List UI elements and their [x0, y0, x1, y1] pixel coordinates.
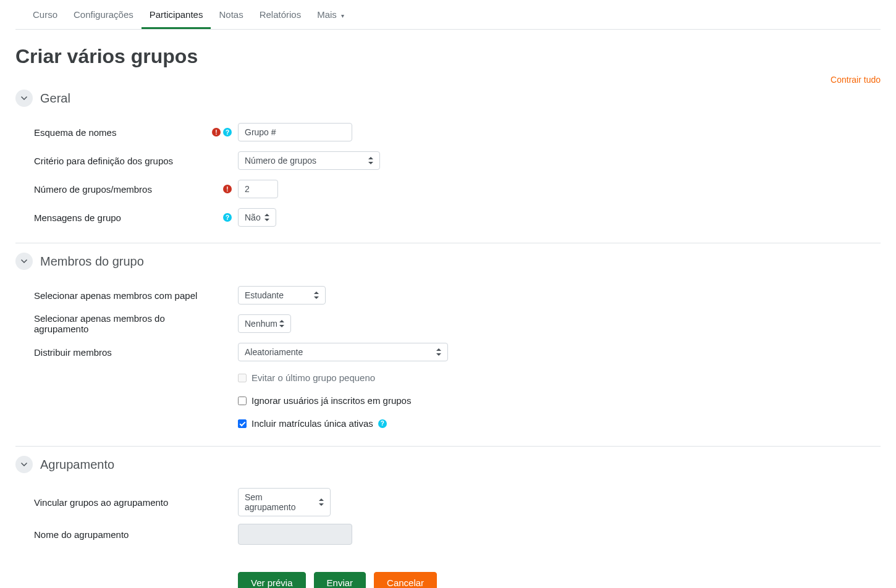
required-icon: ! — [223, 185, 232, 193]
select-grouping-filter-value: Nenhum — [245, 319, 277, 329]
help-icon[interactable]: ? — [223, 128, 232, 136]
page-title: Criar vários grupos — [15, 45, 881, 68]
select-role[interactable]: Estudante — [238, 286, 326, 304]
tab-notas[interactable]: Notas — [211, 0, 251, 29]
select-distribute-value: Aleatoriamente — [245, 347, 303, 357]
help-icon[interactable]: ? — [223, 213, 232, 222]
help-icon[interactable]: ? — [378, 419, 387, 428]
label-distribute: Distribuir membros — [34, 347, 210, 358]
collapse-toggle-general[interactable] — [15, 90, 33, 107]
select-caret-icon — [279, 320, 284, 327]
select-grouping-filter[interactable]: Nenhum — [238, 314, 291, 333]
preview-button[interactable]: Ver prévia — [238, 572, 306, 588]
section-grouping-title: Agrupamento — [40, 458, 114, 472]
checkbox-ignore-existing[interactable] — [238, 397, 247, 405]
select-link-groups[interactable]: Sem agrupamento — [238, 488, 331, 516]
select-caret-icon — [319, 498, 324, 506]
action-row: Ver prévia Enviar Cancelar — [15, 572, 881, 588]
input-grouping-name — [238, 524, 352, 545]
input-group-count[interactable] — [238, 180, 278, 198]
chevron-down-icon — [20, 258, 28, 265]
select-group-messages[interactable]: Não — [238, 208, 276, 227]
select-caret-icon — [264, 214, 269, 221]
label-ignore-existing: Ignorar usuários já inscritos em grupos — [251, 395, 411, 406]
select-caret-icon — [314, 292, 319, 299]
tab-relatorios[interactable]: Relatórios — [251, 0, 310, 29]
select-role-value: Estudante — [245, 290, 284, 300]
label-grouping-name: Nome do agrupamento — [34, 529, 210, 540]
collapse-all-link[interactable]: Contrair tudo — [830, 75, 881, 85]
collapse-toggle-grouping[interactable] — [15, 456, 33, 473]
required-icon: ! — [212, 128, 221, 136]
label-group-count: Número de grupos/membros — [34, 184, 210, 195]
section-members-title: Membros do grupo — [40, 254, 144, 269]
nav-tabs: Curso Configurações Participantes Notas … — [15, 0, 881, 30]
section-members: Membros do grupo Selecionar apenas membr… — [15, 253, 881, 447]
tab-participantes[interactable]: Participantes — [142, 0, 211, 29]
select-caret-icon — [368, 157, 373, 164]
chevron-down-icon — [20, 94, 28, 102]
chevron-down-icon: ▾ — [341, 12, 344, 19]
collapse-toggle-members[interactable] — [15, 253, 33, 270]
checkbox-include-active[interactable] — [238, 419, 247, 428]
label-group-messages: Mensagens de grupo — [34, 212, 210, 223]
select-group-criteria[interactable]: Número de grupos — [238, 151, 380, 170]
tab-configuracoes[interactable]: Configurações — [66, 0, 142, 29]
tab-mais-label: Mais — [317, 9, 337, 20]
section-general: Geral Esquema de nomes ! ? Critério para… — [15, 90, 881, 243]
input-naming-scheme[interactable] — [238, 123, 352, 141]
submit-button[interactable]: Enviar — [314, 572, 366, 588]
label-select-role: Selecionar apenas membros com papel — [34, 290, 210, 301]
chevron-down-icon — [20, 461, 28, 468]
label-prevent-small: Evitar o último grupo pequeno — [251, 372, 375, 383]
select-group-criteria-value: Número de grupos — [245, 156, 316, 166]
label-link-groups: Vincular grupos ao agrupamento — [34, 497, 210, 508]
tab-curso[interactable]: Curso — [25, 0, 66, 29]
label-naming-scheme: Esquema de nomes — [34, 127, 210, 138]
select-group-messages-value: Não — [245, 212, 261, 222]
checkbox-prevent-small — [238, 374, 247, 382]
cancel-button[interactable]: Cancelar — [374, 572, 437, 588]
select-distribute[interactable]: Aleatoriamente — [238, 343, 448, 361]
tab-mais[interactable]: Mais ▾ — [309, 0, 352, 29]
select-caret-icon — [436, 348, 441, 356]
label-select-grouping: Selecionar apenas membros do agrupamento — [34, 313, 210, 334]
section-general-title: Geral — [40, 91, 70, 106]
section-grouping: Agrupamento Vincular grupos ao agrupamen… — [15, 456, 881, 560]
select-link-groups-value: Sem agrupamento — [245, 492, 313, 512]
label-include-active: Incluir matrículas única ativas — [251, 418, 373, 429]
label-group-criteria: Critério para definição dos grupos — [34, 156, 210, 166]
